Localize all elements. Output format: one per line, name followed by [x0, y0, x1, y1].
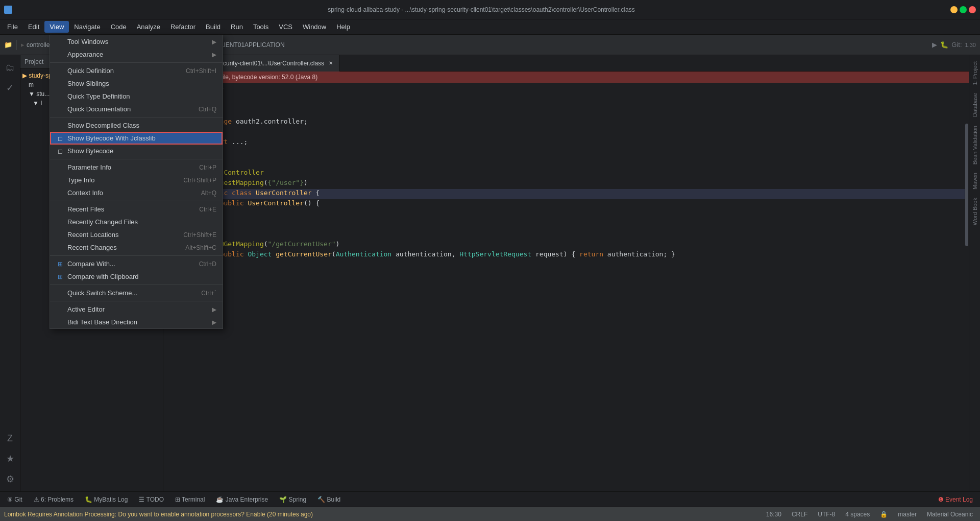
code-line-5: 5 [163, 107, 969, 117]
code-line-19: 19 [163, 220, 969, 230]
view-menu-item-context-info[interactable]: Context Info Alt+Q [50, 186, 223, 199]
separator-7 [50, 301, 223, 301]
menu-edit[interactable]: Edit [23, 21, 44, 33]
view-menu-dropdown: Tool Windows ▶ Appearance ▶ Quick Defini… [50, 35, 223, 329]
sidebar-commit-icon[interactable]: ✓ [1, 79, 19, 97]
bottom-tab-java-enterprise[interactable]: ☕ Java Enterprise [211, 494, 273, 505]
bottom-tab-event-log[interactable]: ❶ Event Log [933, 494, 978, 505]
bottom-tab-problems[interactable]: ⚠ 6: Problems [29, 494, 79, 505]
bottom-tab-git[interactable]: ⑥ Git [2, 494, 28, 505]
sidebar-favorites-icon[interactable]: ★ [1, 449, 19, 468]
scrollbar-thumb[interactable] [965, 124, 968, 246]
view-menu-item-appearance[interactable]: Appearance ▶ [50, 48, 223, 61]
toolbar-controller[interactable]: controller [27, 41, 52, 49]
toolbar-git-icon[interactable]: Git: [951, 41, 962, 49]
sidebar-structure-icon[interactable]: Z [1, 429, 19, 447]
view-menu-item-quick-definition[interactable]: Quick Definition Ctrl+Shift+I [50, 64, 223, 77]
menu-code[interactable]: Code [106, 21, 132, 33]
view-menu-item-tool-windows[interactable]: Tool Windows ▶ [50, 35, 223, 48]
view-menu-item-bidi-text[interactable]: Bidi Text Base Direction ▶ [50, 316, 223, 328]
menu-file[interactable]: File [2, 21, 23, 33]
menu-analyze[interactable]: Analyze [132, 21, 165, 33]
maximize-button[interactable] [960, 6, 967, 13]
show-bytecode-jclasslib-icon: ◻ [56, 135, 64, 142]
view-menu-item-compare-with[interactable]: ⊞ Compare With... Ctrl+D [50, 257, 223, 270]
view-menu-item-show-bytecode[interactable]: ◻ Show Bytecode [50, 145, 223, 157]
menu-tools[interactable]: Tools [248, 21, 274, 33]
view-menu-item-parameter-info[interactable]: Parameter Info Ctrl+P [50, 161, 223, 174]
bottom-tab-todo[interactable]: ☰ TODO [134, 494, 169, 505]
bottom-tab-build[interactable]: 🔨 Build [312, 494, 346, 505]
bottom-tabs: ⑥ Git ⚠ 6: Problems 🐛 MyBatis Log ☰ TODO… [0, 491, 980, 507]
view-menu-item-show-bytecode-jclasslib[interactable]: ◻ Show Bytecode With Jclasslib [50, 132, 223, 145]
menu-navigate[interactable]: Navigate [69, 21, 105, 33]
right-panel-database[interactable]: Database [971, 89, 979, 121]
code-line-16: 16 public class UserController { [163, 189, 969, 199]
status-indent[interactable]: 4 spaces [842, 511, 873, 518]
editor-scrollbar[interactable] [965, 83, 969, 491]
window-controls [950, 6, 976, 13]
menu-window[interactable]: Window [298, 21, 331, 33]
toolbar-git-status: 1.30 [965, 42, 976, 48]
separator-5 [50, 255, 223, 256]
sidebar-terminal-icon[interactable]: ⚙ [1, 470, 19, 488]
status-material[interactable]: Material Oceanic [924, 511, 976, 518]
code-line-21: 21 @GetMapping("/getCurrentUser") [163, 240, 969, 250]
code-line-6: 6 package oauth2.controller; [163, 117, 969, 128]
status-charset[interactable]: UTF-8 [815, 511, 838, 518]
title-bar: spring-cloud-alibaba-study - ...\study-s… [0, 0, 980, 19]
code-area[interactable]: 17. /.../ 5 6 package oauth2.controller;… [163, 83, 969, 491]
view-menu-item-quick-switch[interactable]: Quick Switch Scheme... Ctrl+` [50, 287, 223, 299]
tab-close-button[interactable]: ✕ [327, 60, 334, 67]
menu-vcs[interactable]: VCS [274, 21, 298, 33]
bottom-tab-spring[interactable]: 🌱 Spring [274, 494, 311, 505]
toolbar-project-icon[interactable]: 📁 [4, 41, 12, 49]
code-line-13: 13 [163, 158, 969, 169]
view-menu-item-compare-clipboard[interactable]: ⊞ Compare with Clipboard [50, 270, 223, 283]
view-menu-item-recently-changed[interactable]: Recently Changed Files [50, 216, 223, 228]
right-panel-bean-validation[interactable]: Bean Validation [971, 122, 979, 169]
code-line-blank2 [163, 148, 969, 158]
toolbar-actions: ▶ 🐛 Git: 1.30 [932, 41, 976, 49]
right-panel-maven[interactable]: Maven [971, 169, 979, 194]
separator-2 [50, 117, 223, 117]
code-line-18: 18 } [163, 209, 969, 220]
toolbar-debug-icon[interactable]: 🐛 [940, 41, 948, 49]
sidebar-project-icon[interactable]: 🗂 [1, 58, 19, 77]
view-menu-item-recent-files[interactable]: Recent Files Ctrl+E [50, 203, 223, 216]
code-line-22: 22 public Object getCurrentUser(Authenti… [163, 250, 969, 260]
toolbar-run-icon[interactable]: ▶ [932, 41, 937, 49]
view-menu-item-show-decompiled[interactable]: Show Decompiled Class [50, 119, 223, 132]
left-sidebar: 🗂 ✓ Z ★ ⚙ [0, 55, 20, 491]
close-button[interactable] [969, 6, 976, 13]
view-menu-item-show-siblings[interactable]: Show Siblings [50, 77, 223, 90]
menu-build[interactable]: Build [201, 21, 226, 33]
status-line[interactable]: 16:30 [763, 511, 785, 518]
menu-help[interactable]: Help [331, 21, 355, 33]
app-icon [4, 6, 12, 14]
bottom-tab-mybatis[interactable]: 🐛 MyBatis Log [80, 494, 133, 505]
bottom-tab-terminal[interactable]: ⊞ Terminal [170, 494, 210, 505]
separator-4 [50, 201, 223, 201]
view-menu-item-quick-type-def[interactable]: Quick Type Definition [50, 90, 223, 103]
status-lock[interactable]: 🔒 [877, 511, 891, 518]
menu-view[interactable]: View [44, 21, 69, 33]
view-menu-item-active-editor[interactable]: Active Editor ▶ [50, 303, 223, 316]
view-menu-item-quick-doc[interactable]: Quick Documentation Ctrl+Q [50, 103, 223, 115]
status-crlf[interactable]: CRLF [789, 511, 811, 518]
status-bar: Lombok Requires Annotation Processing: D… [0, 507, 980, 521]
view-menu-item-type-info[interactable]: Type Info Ctrl+Shift+P [50, 174, 223, 186]
minimize-button[interactable] [950, 6, 958, 13]
right-panel-word-book[interactable]: Word Book [971, 194, 979, 229]
view-menu-item-recent-changes[interactable]: Recent Changes Alt+Shift+C [50, 241, 223, 254]
menu-run[interactable]: Run [226, 21, 248, 33]
right-panel-project[interactable]: 1: Project [971, 57, 979, 89]
code-line-15: 15 @RequestMapping({"/user"}) [163, 179, 969, 189]
view-menu-item-recent-locations[interactable]: Recent Locations Ctrl+Shift+E [50, 228, 223, 241]
code-line-25: 25 [163, 281, 969, 291]
menu-bar: File Edit View Navigate Code Analyze Ref… [0, 19, 980, 35]
code-line-blank3 [163, 260, 969, 271]
status-vcs[interactable]: master [895, 511, 920, 518]
menu-refactor[interactable]: Refactor [165, 21, 201, 33]
right-sidebar: 1: Project Database Bean Validation Mave… [969, 55, 980, 491]
